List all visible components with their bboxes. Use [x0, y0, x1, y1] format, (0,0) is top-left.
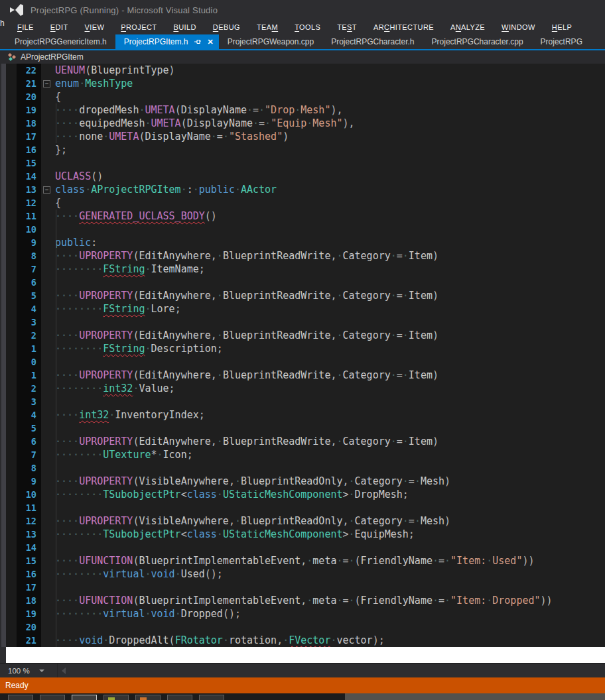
menu-item-analyze[interactable]: ANALYZE	[445, 21, 490, 33]
menu-item-view[interactable]: VIEW	[80, 21, 110, 33]
code-line[interactable]: 12{	[0, 196, 605, 209]
menu-item-build[interactable]: BUILD	[168, 21, 201, 33]
code-line[interactable]: 19····dropedMesh·UMETA(DisplayName·=·"Dr…	[0, 103, 605, 117]
token-str: Mesh"	[312, 117, 342, 129]
token-macro: UFUNCTION	[79, 595, 133, 607]
token-ws: ····	[55, 475, 79, 487]
tab-projectrpgcharacter.cpp[interactable]: ProjectRPGCharacter.cpp	[423, 34, 532, 49]
code-line[interactable]: 5	[0, 422, 605, 435]
code-line[interactable]: 3	[0, 316, 605, 329]
code-line[interactable]: 8	[0, 461, 605, 475]
code-line[interactable]: 22UENUM(BlueprintType)	[0, 64, 605, 77]
code-editor[interactable]: 22UENUM(BlueprintType)21−enum·MeshType20…	[0, 64, 605, 647]
menu-item-architecture[interactable]: ARCHITECTURE	[368, 21, 439, 33]
collapse-region-icon[interactable]: −	[43, 80, 50, 88]
horizontal-scrollbar-band[interactable]	[6, 647, 605, 663]
taskbar-button[interactable]	[199, 695, 224, 700]
code-line[interactable]: 17	[0, 581, 605, 594]
code-line[interactable]: 14UCLASS()	[0, 170, 605, 183]
taskbar-button[interactable]	[72, 695, 97, 700]
code-line[interactable]: 17····none·UMETA(DisplayName·=·"Stashed"…	[0, 130, 605, 143]
code-line[interactable]: 3	[0, 395, 605, 408]
code-line[interactable]: 16········virtual·void·Used();	[0, 567, 605, 581]
tab-projectrpgweapon.cpp[interactable]: ProjectRPGWeapon.cpp	[219, 34, 323, 49]
navigation-bar[interactable]: AProjectRPGItem	[0, 50, 605, 64]
collapse-region-icon[interactable]: −	[43, 186, 50, 194]
code-line[interactable]: 10········TSubobjectPtr<class·UStaticMes…	[0, 488, 605, 501]
code-line[interactable]: 0	[0, 355, 605, 369]
taskbar-button-icon	[108, 697, 115, 700]
line-number: 2	[17, 382, 41, 395]
code-line[interactable]: 6	[0, 276, 605, 289]
tab-projectrpggenericitem.h[interactable]: ProjectRPGGenericItem.h	[6, 34, 115, 49]
indent-guide	[56, 130, 56, 143]
tab-projectrpg[interactable]: ProjectRPG	[532, 34, 591, 49]
tab-projectrpgcharacter.h[interactable]: ProjectRPGCharacter.h	[322, 34, 423, 49]
menu-item-debug[interactable]: DEBUG	[208, 21, 245, 33]
code-line[interactable]: 21−enum·MeshType	[0, 77, 605, 90]
token-punc: <	[181, 528, 187, 540]
tab-projectrpgitem.h[interactable]: ProjectRPGItem.h✕	[115, 34, 219, 49]
token-str: Used"	[492, 555, 522, 567]
token-id: meta	[312, 595, 336, 607]
menu-item-help[interactable]: HELP	[547, 21, 577, 33]
code-line[interactable]: 9····UPROPERTY(VisibleAnywhere,·Blueprin…	[0, 475, 605, 488]
code-line[interactable]: 5····UPROPERTY(EditAnywhere,·BlueprintRe…	[0, 289, 605, 302]
code-line[interactable]: 15	[0, 156, 605, 170]
taskbar-button[interactable]	[167, 695, 192, 700]
code-line[interactable]: 16};	[0, 143, 605, 156]
code-line[interactable]: 18····equipedMesh·UMETA(DisplayName·=·"E…	[0, 117, 605, 130]
code-line[interactable]: 20{	[0, 90, 605, 103]
code-line[interactable]: 20	[0, 620, 605, 634]
menu-item-team[interactable]: TEAM	[251, 21, 283, 33]
glyph-margin	[6, 541, 17, 554]
code-line[interactable]: 18····UFUNCTION(BlueprintImplementableEv…	[0, 594, 605, 607]
taskbar-button[interactable]	[135, 695, 161, 700]
code-text: ········FString·ItemName;	[53, 262, 605, 276]
code-line[interactable]: 12····UPROPERTY(VisibleAnywhere,·Bluepri…	[0, 514, 605, 528]
close-icon[interactable]: ✕	[207, 38, 213, 46]
menu-item-file[interactable]: FILE	[12, 21, 39, 33]
code-line[interactable]: 2····UPROPERTY(EditAnywhere,·BlueprintRe…	[0, 329, 605, 342]
menu-item-test[interactable]: TEST	[332, 21, 362, 33]
taskbar-button[interactable]	[40, 695, 65, 700]
horizontal-scrollbar[interactable]	[58, 664, 605, 677]
code-line[interactable]: 10	[0, 223, 605, 236]
code-line[interactable]: 13········TSubobjectPtr<class·UStaticMes…	[0, 528, 605, 541]
code-line[interactable]: 11	[0, 501, 605, 514]
code-line[interactable]: 11····GENERATED_UCLASS_BODY()	[0, 209, 605, 223]
code-line[interactable]: 21····void·DroppedAlt(FRotator·rotation,…	[0, 634, 605, 647]
menu-item-edit[interactable]: EDIT	[45, 21, 74, 33]
window-title: ProjectRPG (Running) - Microsoft Visual …	[31, 5, 218, 15]
token-macro: UPROPERTY	[79, 475, 133, 487]
code-line[interactable]: 7········FString·ItemName;	[0, 262, 605, 276]
menu-item-tools[interactable]: TOOLS	[289, 21, 326, 33]
code-line[interactable]: 4········FString·Lore;	[0, 302, 605, 316]
token-punc: )	[433, 436, 438, 447]
code-line[interactable]: 15····UFUNCTION(BlueprintImplementableEv…	[0, 554, 605, 567]
code-line[interactable]: 19········virtual·void·Dropped();	[0, 607, 605, 620]
line-number: 0	[17, 355, 41, 369]
code-line[interactable]: 9public:	[0, 236, 605, 249]
title-bar[interactable]: ProjectRPG (Running) - Microsoft Visual …	[0, 0, 605, 20]
menu-item-window[interactable]: WINDOW	[496, 21, 541, 33]
scroll-left-arrow-icon[interactable]	[62, 668, 66, 674]
code-line[interactable]: 13−class·AProjectRPGItem·:·public·AActor	[0, 183, 605, 196]
code-line[interactable]: 1····UPROPERTY(EditAnywhere,·BlueprintRe…	[0, 369, 605, 382]
taskbar-button[interactable]	[103, 695, 129, 700]
taskbar-button[interactable]	[8, 695, 33, 700]
token-punc: )	[433, 329, 438, 341]
menu-item-project[interactable]: PROJECT	[115, 21, 162, 33]
token-ws: ·	[79, 78, 85, 89]
code-line[interactable]: 6····UPROPERTY(EditAnywhere,·BlueprintRe…	[0, 435, 605, 448]
code-line[interactable]: 8····UPROPERTY(EditAnywhere,·BlueprintRe…	[0, 249, 605, 262]
code-line[interactable]: 7········UTexture*·Icon;	[0, 448, 605, 461]
code-line[interactable]: 14	[0, 541, 605, 554]
zoom-level-dropdown[interactable]: 100 %	[8, 667, 52, 675]
token-type: FString	[103, 343, 145, 355]
pin-icon[interactable]	[194, 38, 202, 46]
code-line[interactable]: 4····int32·InventoryIndex;	[0, 408, 605, 422]
code-line[interactable]: 1········FString·Description;	[0, 342, 605, 355]
code-line[interactable]: 2········int32·Value;	[0, 382, 605, 395]
glyph-margin	[6, 289, 17, 302]
